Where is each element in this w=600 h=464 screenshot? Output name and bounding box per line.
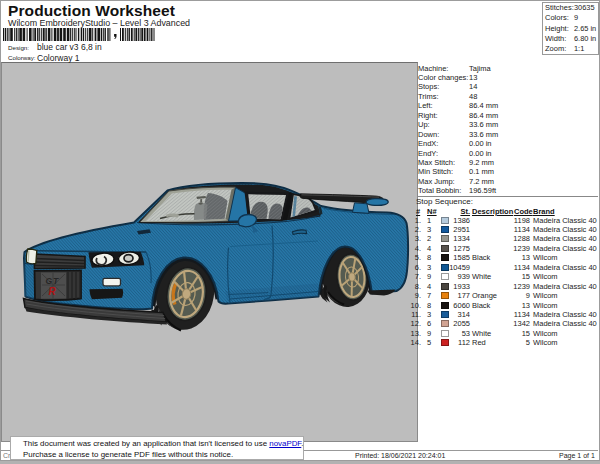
svg-text:GT: GT [46,276,60,286]
svg-text:R: R [49,286,57,297]
